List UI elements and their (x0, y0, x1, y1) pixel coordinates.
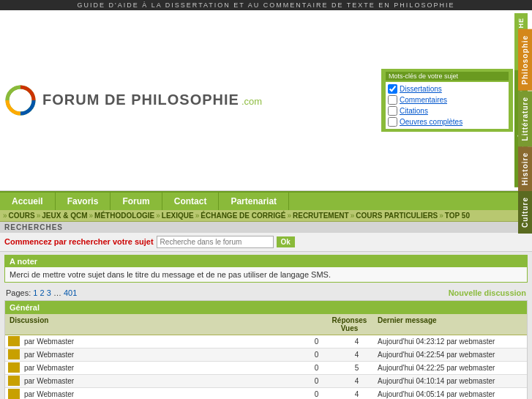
nav-accueil[interactable]: Accueil (0, 193, 56, 210)
option-oeuvres[interactable]: Oeuvres complètes (388, 117, 506, 127)
pagination: Pages: 1 2 3 … 401 (6, 288, 77, 297)
row-author-2[interactable]: par Webmaster (23, 362, 293, 374)
topic-icon (8, 349, 20, 359)
sub-nav-cours[interactable]: COURS (9, 212, 35, 220)
right-tab-litterature[interactable]: Littérature (518, 91, 532, 146)
topic-icon (8, 376, 20, 386)
search-bar: Commencez par rechercher votre sujet Ok (0, 233, 532, 252)
row-responses-1: 0 (293, 351, 340, 359)
forum-columns: Discussion Réponses Vues Dernier message (5, 314, 527, 335)
col-dernier: Dernier message (373, 314, 527, 335)
recherches-label: RECHERCHES (4, 223, 63, 231)
logo-area: FORUM DE PHILOSOPHIE .com (4, 84, 381, 116)
search-top-box: Mots-clés de votre sujet Dissertations C… (381, 69, 513, 132)
row-author-0[interactable]: par Webmaster (23, 335, 293, 348)
a-noter-body: Merci de mettre votre sujet dans le titr… (5, 267, 527, 282)
option-commentaires[interactable]: Commentaires (388, 95, 506, 105)
search-button[interactable]: Ok (277, 236, 295, 247)
right-tab-culture[interactable]: Culture (518, 191, 532, 234)
right-tab-histoire[interactable]: Histoire (518, 146, 532, 191)
topic-icon (8, 389, 20, 399)
nav-forum[interactable]: Forum (110, 193, 162, 210)
row-responses-3: 0 (293, 377, 340, 385)
row-author-1[interactable]: par Webmaster (23, 348, 293, 361)
forum-table: Général Discussion Réponses Vues Dernier… (4, 300, 528, 399)
topic-icon (8, 336, 20, 346)
forum-section-header: Général (5, 301, 527, 314)
topic-icon (8, 362, 20, 373)
search-top-label: Mots-clés de votre sujet (386, 72, 509, 81)
search-options: Dissertations Commentaires Citations Oeu… (386, 82, 509, 129)
row-vues-0: 4 (340, 338, 373, 346)
logo-text: FORUM DE PHILOSOPHIE .com (42, 92, 262, 108)
option-dissertations[interactable]: Dissertations (388, 84, 506, 94)
page-2[interactable]: 2 (40, 288, 45, 297)
table-row: par Webmaster 0 4 Aujourd'hui 04:10:14 p… (5, 375, 527, 388)
right-side-tabs: Philosophie Littérature Histoire Culture (518, 29, 532, 234)
page-401[interactable]: 401 (64, 288, 77, 297)
row-vues-4: 4 (340, 390, 373, 398)
col-discussion: Discussion (5, 314, 326, 335)
row-author-3[interactable]: par Webmaster (23, 375, 293, 387)
logo-icon (4, 84, 37, 116)
table-row: par Webmaster 0 4 Aujourd'hui 04:05:14 p… (5, 388, 527, 399)
page-ellipsis: … (53, 288, 64, 297)
logo-com: .com (241, 96, 262, 107)
row-vues-3: 4 (340, 377, 373, 385)
right-tab-philosophie[interactable]: Philosophie (518, 29, 532, 91)
row-dernier-1: Aujourd'hui 04:22:54 par webmaster (373, 348, 527, 361)
banner-text: Guide d'aide à la dissertation et au com… (78, 1, 455, 9)
sub-nav-top50[interactable]: TOP 50 (445, 212, 470, 220)
table-row: par Webmaster 0 5 Aujourd'hui 04:22:25 p… (5, 362, 527, 375)
a-noter-box: A noter Merci de mettre votre sujet dans… (4, 255, 528, 283)
table-row: par Webmaster 0 4 Aujourd'hui 04:22:54 p… (5, 348, 527, 362)
search-bar-label: Commencez par rechercher votre sujet (4, 237, 154, 246)
page-1[interactable]: 1 (33, 288, 37, 297)
sub-nav-methodologie[interactable]: MÉTHODOLOGIE (94, 212, 154, 220)
sub-nav-recrutement[interactable]: RECRUTEMENT (293, 212, 349, 220)
checkbox-commentaires[interactable] (388, 95, 397, 105)
row-responses-2: 0 (293, 364, 340, 372)
nav-favoris[interactable]: Favoris (56, 193, 111, 210)
row-author-4[interactable]: par Webmaster (23, 388, 293, 399)
row-dernier-4: Aujourd'hui 04:05:14 par webmaster (373, 388, 527, 399)
checkbox-oeuvres[interactable] (388, 117, 397, 127)
row-responses-0: 0 (293, 338, 340, 346)
header-banner: Guide d'aide à la dissertation et au com… (0, 0, 532, 10)
sub-nav-jeux[interactable]: JEUX & QCM (42, 212, 87, 220)
sub-nav-echange[interactable]: ÉCHANGE DE CORRIGÉ (201, 212, 285, 220)
row-dernier-0: Aujourd'hui 04:23:12 par webmaster (373, 335, 527, 348)
row-vues-2: 5 (340, 364, 373, 372)
top-section: FORUM DE PHILOSOPHIE .com Mots-clés de v… (0, 10, 532, 191)
a-noter-header: A noter (5, 256, 527, 267)
row-vues-1: 4 (340, 351, 373, 359)
nouvelle-discussion-button[interactable]: Nouvelle discussion (449, 288, 526, 297)
table-row: par Webmaster 0 4 Aujourd'hui 04:23:12 p… (5, 335, 527, 348)
nav-bar: Accueil Favoris Forum Contact Partenaria… (0, 191, 532, 210)
checkbox-dissertations[interactable] (388, 84, 397, 94)
pages-label: Pages: (6, 288, 31, 297)
pages-bar: Pages: 1 2 3 … 401 Nouvelle discussion (0, 286, 532, 300)
option-citations[interactable]: Citations (388, 106, 506, 116)
search-input[interactable] (157, 236, 274, 248)
logo-main-text: FORUM DE PHILOSOPHIE (42, 92, 239, 108)
sub-nav: » COURS » JEUX & QCM » MÉTHODOLOGIE » LE… (0, 210, 532, 222)
row-dernier-3: Aujourd'hui 04:10:14 par webmaster (373, 375, 527, 387)
recherches-bar: RECHERCHES (0, 222, 532, 233)
row-dernier-2: Aujourd'hui 04:22:25 par webmaster (373, 362, 527, 374)
col-responses: Réponses Vues (326, 314, 373, 335)
page-3[interactable]: 3 (47, 288, 51, 297)
sub-nav-lexique[interactable]: LEXIQUE (162, 212, 194, 220)
sub-nav-cours-part[interactable]: COURS PARTICULIERS (356, 212, 438, 220)
nav-partenariat[interactable]: Partenariat (219, 193, 289, 210)
row-responses-4: 0 (293, 390, 340, 398)
nav-contact[interactable]: Contact (162, 193, 220, 210)
checkbox-citations[interactable] (388, 106, 397, 116)
